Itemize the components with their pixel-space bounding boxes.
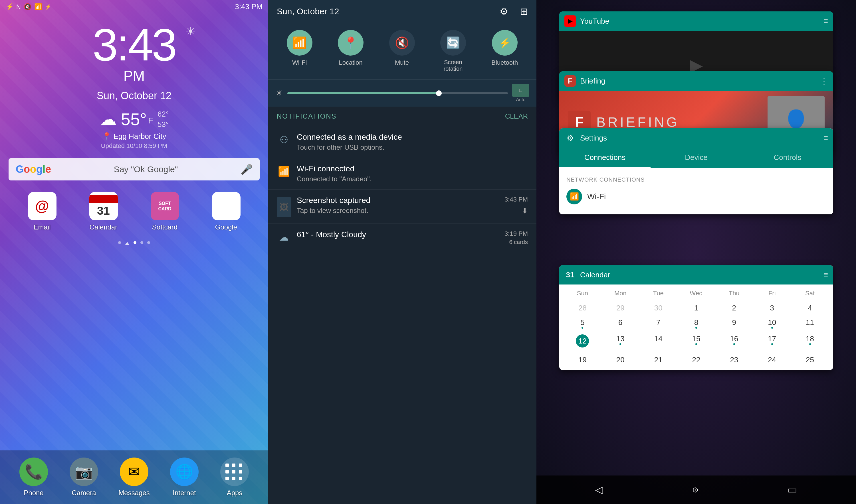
grid-icon[interactable]: ⊞ [520, 6, 528, 17]
brightness-icon: ☀ [275, 88, 283, 98]
notif-clear-button[interactable]: CLEAR [505, 112, 528, 120]
dock-apps[interactable]: Apps [213, 457, 256, 497]
wifi-notif-icon: 📶 [278, 166, 290, 177]
notif-screenshot[interactable]: 🖼 Screenshot captured Tap to view screen… [268, 190, 536, 224]
weather-icon: ☁ [100, 109, 117, 129]
cal-cell-22[interactable]: 22 [678, 353, 715, 367]
dock-camera[interactable]: 📷 Camera [63, 457, 105, 497]
phone-icon-img: 📞 [19, 457, 48, 486]
cal-cell-28-prev[interactable]: 28 [564, 301, 601, 315]
cal-cell-14[interactable]: 14 [639, 331, 678, 353]
wifi-notif-icon-area: 📶 [277, 164, 291, 177]
mute-toggle-label: Mute [395, 59, 409, 67]
cal-cell-29-prev[interactable]: 29 [601, 301, 639, 315]
toggle-location[interactable]: 📍 Location [338, 30, 363, 72]
tab-connections[interactable]: Connections [559, 148, 651, 168]
recent-card-settings[interactable]: ⚙ Settings ≡ Connections Device Controls… [559, 128, 833, 214]
cal-cell-19[interactable]: 19 [564, 353, 601, 367]
toggle-mute[interactable]: 🔇 Mute [389, 30, 415, 72]
cal-cell-13[interactable]: 13 [601, 331, 639, 353]
briefing-menu-icon[interactable]: ⋮ [820, 76, 828, 86]
dot-3 [134, 241, 136, 244]
weather-right: 3:19 PM 6 cards [499, 230, 528, 246]
cal-cell-17[interactable]: 17 [753, 331, 791, 353]
dock-phone[interactable]: 📞 Phone [12, 457, 55, 497]
home-clock: 3:43 ☀ PM [0, 13, 268, 87]
brightness-row: ☀ □ Auto [268, 79, 536, 107]
mic-icon[interactable]: 🎤 [241, 164, 253, 175]
cal-header-wed: Wed [678, 287, 715, 299]
dock-messages[interactable]: ✉ Messages [113, 457, 155, 497]
notif-wifi[interactable]: 📶 Wi-Fi connected Connected to "Amadeo". [268, 158, 536, 190]
cal-cell-6[interactable]: 6 [601, 315, 639, 331]
weather-location: 📍 Egg Harbor City [0, 132, 268, 141]
settings-wifi-item[interactable]: 📶 Wi-Fi [566, 184, 826, 209]
cal-cell-5[interactable]: 5 [564, 315, 601, 331]
bluetooth-toggle-label: Bluetooth [491, 59, 518, 67]
home-button[interactable]: ⊙ [692, 485, 699, 494]
cal-cell-15[interactable]: 15 [678, 331, 715, 353]
cal-cell-16[interactable]: 16 [715, 331, 753, 353]
cal-cell-12[interactable]: 12 [564, 331, 601, 353]
recents-panel: ▶ YouTube ≡ ▶ F Briefing ⋮ F BRIEFING 👤 … [536, 0, 856, 504]
cal-row-2: 5 6 7 8 9 10 11 [564, 315, 829, 331]
weather-updated: Updated 10/10 8:59 PM [0, 142, 268, 150]
cal-row-3: 12 13 14 15 16 17 [564, 331, 829, 353]
cal-cell-30-prev[interactable]: 30 [639, 301, 678, 315]
apps-icon-img [220, 457, 249, 486]
cal-cell-7[interactable]: 7 [639, 315, 678, 331]
notif-usb[interactable]: ⚇ Connected as a media device Touch for … [268, 126, 536, 158]
app-calendar[interactable]: 31 Calendar [82, 192, 125, 231]
tab-controls[interactable]: Controls [742, 148, 833, 168]
dot-home [125, 242, 130, 245]
internet-label: Internet [173, 489, 196, 497]
toggle-rotation[interactable]: 🔄 Screen rotation [440, 30, 466, 72]
briefing-card-header: F Briefing ⋮ [559, 71, 833, 91]
cal-cell-18[interactable]: 18 [791, 331, 829, 353]
notif-bar: NOTIFICATIONS CLEAR [268, 107, 536, 126]
cal-header-sat: Sat [791, 287, 829, 299]
settings-tabs: Connections Device Controls [559, 148, 833, 168]
cal-cell-3[interactable]: 3 [753, 301, 791, 315]
settings-icon[interactable]: ⚙ [500, 6, 508, 17]
google-label: Google [215, 223, 237, 231]
cal-cell-9[interactable]: 9 [715, 315, 753, 331]
cal-cell-10[interactable]: 10 [753, 315, 791, 331]
cal-cell-20[interactable]: 20 [601, 353, 639, 367]
clock-sun-icon: ☀ [186, 25, 196, 38]
dock-internet[interactable]: 🌐 Internet [163, 457, 206, 497]
cal-cell-2[interactable]: 2 [715, 301, 753, 315]
cal-cell-21[interactable]: 21 [639, 353, 678, 367]
back-button[interactable]: ◁ [595, 484, 603, 496]
auto-box: □ [512, 84, 529, 97]
notif-weather[interactable]: ☁ 61° - Mostly Cloudy 3:19 PM 6 cards [268, 224, 536, 252]
cal-cell-8[interactable]: 8 [678, 315, 715, 331]
auto-label: Auto [516, 97, 526, 102]
google-search-bar[interactable]: Google Say "Ok Google" 🎤 [8, 158, 260, 180]
app-email[interactable]: @ Email [21, 192, 64, 231]
screenshot-right: 3:43 PM ⬇ [499, 196, 528, 215]
recents-button[interactable]: ▭ [788, 484, 797, 496]
dock: 📞 Phone 📷 Camera ✉ Messages 🌐 Internet [0, 450, 268, 504]
app-google[interactable]: Google [205, 192, 248, 231]
cal-cell-23[interactable]: 23 [715, 353, 753, 367]
calendar-card-title: Calendar [580, 271, 819, 280]
cal-cell-25[interactable]: 25 [791, 353, 829, 367]
brightness-track[interactable] [287, 92, 508, 94]
status-icons-left: ⚡ N 🔇 📶 ⚡ [6, 3, 51, 11]
toggle-bluetooth[interactable]: ⚡ Bluetooth [491, 30, 518, 72]
cal-cell-11[interactable]: 11 [791, 315, 829, 331]
cal-cell-24[interactable]: 24 [753, 353, 791, 367]
cal-cell-1[interactable]: 1 [678, 301, 715, 315]
recent-card-calendar[interactable]: 31 Calendar ≡ Sun Mon Tue Wed Thu Fri Sa… [559, 265, 833, 370]
youtube-menu-icon[interactable]: ≡ [823, 17, 828, 26]
app-softcard[interactable]: SOFTCARD Softcard [143, 192, 186, 231]
internet-icon-img: 🌐 [170, 457, 199, 486]
tab-device[interactable]: Device [651, 148, 742, 168]
settings-menu-icon[interactable]: ≡ [823, 133, 828, 143]
youtube-card-header: ▶ YouTube ≡ [559, 12, 833, 31]
calendar-menu-icon[interactable]: ≡ [823, 270, 828, 280]
cal-cell-4[interactable]: 4 [791, 301, 829, 315]
toggle-wifi[interactable]: 📶 Wi-Fi [287, 30, 312, 72]
notification-shade: Sun, October 12 ⚙ ⊞ 📶 Wi-Fi 📍 Location 🔇… [268, 0, 536, 504]
